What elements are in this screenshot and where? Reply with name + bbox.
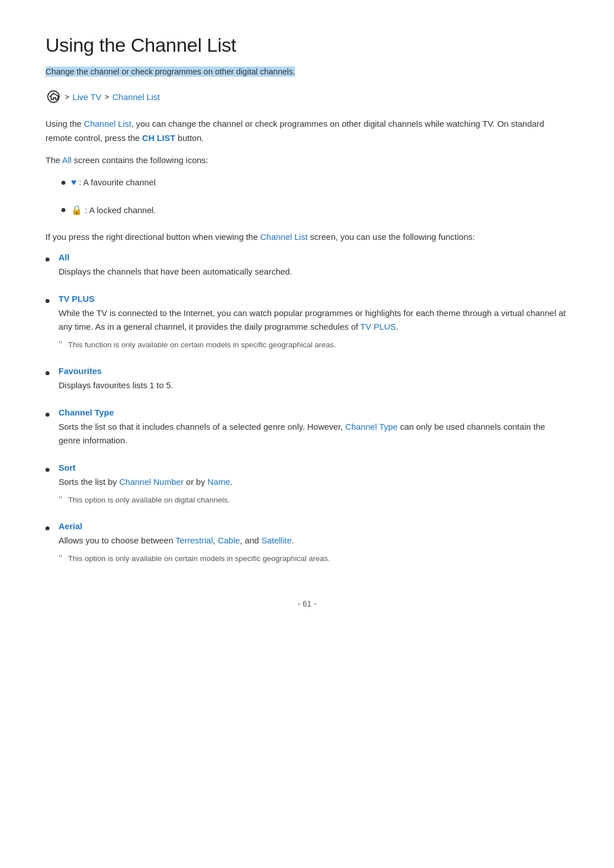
sort-note: " This option is only available on digit…: [59, 495, 569, 506]
intro-paragraph2: The All screen contains the following ic…: [45, 153, 569, 168]
bullet-dot: [45, 258, 49, 261]
list-item: All Displays the channels that have been…: [45, 252, 569, 279]
page-footer: - 61 -: [45, 599, 569, 608]
bullet-dot-wrap: [45, 252, 49, 261]
page-title: Using the Channel List: [45, 34, 569, 56]
list-item: TV PLUS While the TV is connected to the…: [45, 294, 569, 351]
bullet-dot: [61, 208, 65, 212]
functions-list: All Displays the channels that have been…: [45, 252, 569, 565]
heart-icon: ♥: [71, 177, 77, 187]
breadcrumb-live-tv: Live TV: [73, 92, 102, 102]
svg-point-0: [48, 91, 59, 102]
lock-icon: 🔒: [71, 205, 82, 215]
function-favourites: Favourites Displays favourites lists 1 t…: [59, 366, 569, 393]
desc-favourites: Displays favourites lists 1 to 5.: [59, 380, 173, 390]
aerial-note: " This option is only available on certa…: [59, 553, 569, 565]
icon-bullet-heart: ♥ : A favourite channel: [61, 175, 569, 190]
icon-bullet-lock: 🔒 : A locked channel.: [61, 203, 569, 218]
bullet-dot-wrap: [45, 408, 49, 417]
list-item: Aerial Allows you to choose between Terr…: [45, 521, 569, 565]
desc-tvplus: While the TV is connected to the Interne…: [59, 308, 566, 332]
term-channel-type: Channel Type: [59, 408, 569, 417]
intro-paragraph1: Using the Channel List, you can change t…: [45, 117, 569, 146]
cable-link: Cable: [218, 535, 240, 545]
bullet-dot: [61, 181, 65, 185]
breadcrumb-sep2: >: [105, 93, 109, 101]
function-all: All Displays the channels that have been…: [59, 252, 569, 279]
home-icon: [45, 89, 61, 105]
tvplus-note: " This function is only available on cer…: [59, 339, 569, 351]
bullet-dot-wrap: [45, 366, 49, 375]
bullet-dot: [45, 468, 49, 472]
heart-label: : A favourite channel: [79, 177, 156, 187]
term-aerial: Aerial: [59, 521, 569, 531]
list-item: Sort Sorts the list by Channel Number or…: [45, 463, 569, 506]
tvplus-link: TV PLUS: [360, 322, 396, 331]
tvplus-note-text: This function is only available on certa…: [68, 339, 336, 351]
aerial-note-text: This option is only available on certain…: [68, 553, 330, 565]
bullet-dot-wrap: [45, 521, 49, 530]
list-item: Channel Type Sorts the list so that it i…: [45, 408, 569, 448]
page-number: - 61 -: [298, 599, 317, 608]
lock-icon-text: 🔒 : A locked channel.: [71, 203, 156, 218]
bullet-dot-wrap: [45, 463, 49, 472]
channel-list-link-1: Channel List: [84, 119, 131, 128]
quote-icon: ": [59, 495, 63, 505]
list-item: Favourites Displays favourites lists 1 t…: [45, 366, 569, 393]
breadcrumb-sep1: >: [65, 93, 69, 101]
term-sort: Sort: [59, 463, 569, 472]
satellite-link: Satellite: [262, 535, 292, 545]
function-channel-type: Channel Type Sorts the list so that it i…: [59, 408, 569, 448]
name-link: Name: [208, 477, 230, 487]
subtitle: Change the channel or check programmes o…: [45, 67, 569, 76]
breadcrumb-channel-list: Channel List: [113, 92, 160, 102]
term-all: All: [59, 252, 569, 262]
after-icons-text: If you press the right directional butto…: [45, 230, 569, 244]
function-tvplus: TV PLUS While the TV is connected to the…: [59, 294, 569, 351]
function-aerial: Aerial Allows you to choose between Terr…: [59, 521, 569, 565]
bullet-dot: [45, 371, 49, 375]
bullet-dot: [45, 526, 49, 530]
function-sort: Sort Sorts the list by Channel Number or…: [59, 463, 569, 506]
sort-note-text: This option is only available on digital…: [68, 495, 230, 506]
icon-bullets-section: ♥ : A favourite channel 🔒 : A locked cha…: [45, 175, 569, 218]
bullet-dot: [45, 413, 49, 417]
quote-icon: ": [59, 339, 63, 350]
bullet-dot-wrap: [45, 294, 49, 303]
desc-all: Displays the channels that have been aut…: [59, 267, 292, 276]
channel-type-link: Channel Type: [345, 422, 397, 431]
all-link-intro: All: [62, 155, 72, 165]
desc-channel-type: Sorts the list so that it includes chann…: [59, 422, 545, 446]
breadcrumb: > Live TV > Channel List: [45, 89, 569, 105]
channel-number-link: Channel Number: [119, 477, 184, 487]
desc-aerial: Allows you to choose between Terrestrial…: [59, 535, 294, 545]
bullet-dot: [45, 299, 49, 303]
ch-list-link: CH LIST: [142, 133, 175, 143]
term-favourites: Favourites: [59, 366, 569, 376]
desc-sort: Sorts the list by Channel Number or by N…: [59, 477, 233, 487]
channel-list-link-2: Channel List: [260, 232, 308, 242]
heart-icon-text: ♥ : A favourite channel: [71, 175, 156, 190]
terrestrial-link: Terrestrial: [176, 535, 213, 545]
term-tvplus: TV PLUS: [59, 294, 569, 304]
quote-icon: ": [59, 553, 63, 564]
lock-label: : A locked channel.: [85, 205, 156, 215]
